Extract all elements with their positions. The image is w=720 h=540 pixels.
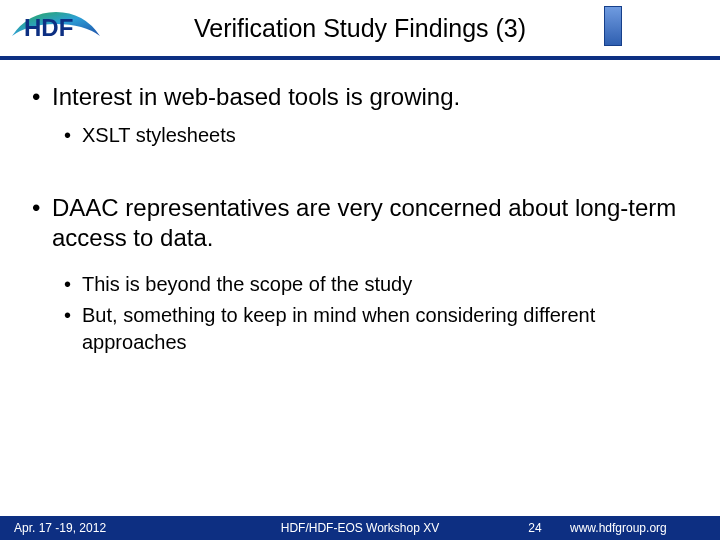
bullet-2-text: DAAC representatives are very concerned … — [52, 194, 676, 251]
title-decor-box — [604, 6, 622, 46]
bullet-1-text: Interest in web-based tools is growing. — [52, 83, 460, 110]
footer-page-number: 24 — [500, 521, 570, 535]
bullet-1: Interest in web-based tools is growing. … — [28, 82, 692, 149]
bullet-2-sub-1: This is beyond the scope of the study — [52, 271, 692, 298]
bullet-2-sub-2: But, something to keep in mind when cons… — [52, 302, 692, 356]
footer-center: HDF/HDF-EOS Workshop XV — [220, 521, 500, 535]
footer-date: Apr. 17 -19, 2012 — [0, 521, 220, 535]
bullet-2: DAAC representatives are very concerned … — [28, 193, 692, 356]
svg-text:HDF: HDF — [24, 14, 73, 41]
hdf-logo: HDF — [10, 6, 102, 46]
slide-header: HDF Verification Study Findings (3) — [0, 0, 720, 56]
footer-url: www.hdfgroup.org — [570, 521, 720, 535]
slide-body: Interest in web-based tools is growing. … — [0, 60, 720, 356]
slide-footer: Apr. 17 -19, 2012 HDF/HDF-EOS Workshop X… — [0, 516, 720, 540]
bullet-1-sub-1: XSLT stylesheets — [52, 122, 692, 149]
